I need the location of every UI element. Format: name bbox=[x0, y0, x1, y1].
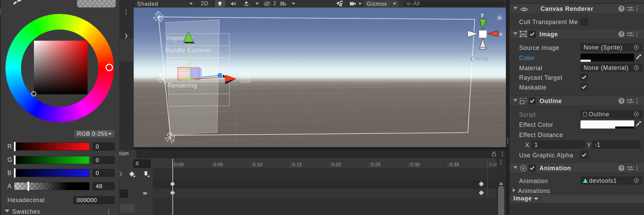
svg-text:0:25: 0:25 bbox=[371, 162, 380, 167]
svg-text:Bundle Explorer: Bundle Explorer bbox=[165, 47, 212, 54]
svg-text:0:35: 0:35 bbox=[450, 162, 459, 167]
svg-text:x: x bbox=[499, 31, 503, 37]
svg-text:?: ? bbox=[620, 6, 623, 11]
svg-text:0:20: 0:20 bbox=[332, 162, 341, 167]
svg-text:0:05: 0:05 bbox=[213, 162, 223, 167]
svg-text:?: ? bbox=[620, 98, 623, 103]
svg-text:❮ Persp: ❮ Persp bbox=[470, 56, 489, 62]
svg-text:?: ? bbox=[620, 32, 623, 37]
svg-text:y: y bbox=[481, 12, 484, 17]
svg-text:0:00: 0:00 bbox=[174, 162, 184, 167]
svg-text:Console: Console bbox=[166, 59, 190, 65]
svg-text:0:30: 0:30 bbox=[410, 162, 420, 167]
svg-text:?: ? bbox=[620, 165, 623, 171]
svg-text:Rendering: Rendering bbox=[167, 82, 197, 89]
svg-text:0:10: 0:10 bbox=[253, 162, 262, 167]
svg-text:Y: Y bbox=[284, 3, 286, 6]
svg-text:Camera: Camera bbox=[167, 70, 189, 77]
svg-text:0:15: 0:15 bbox=[292, 162, 302, 167]
